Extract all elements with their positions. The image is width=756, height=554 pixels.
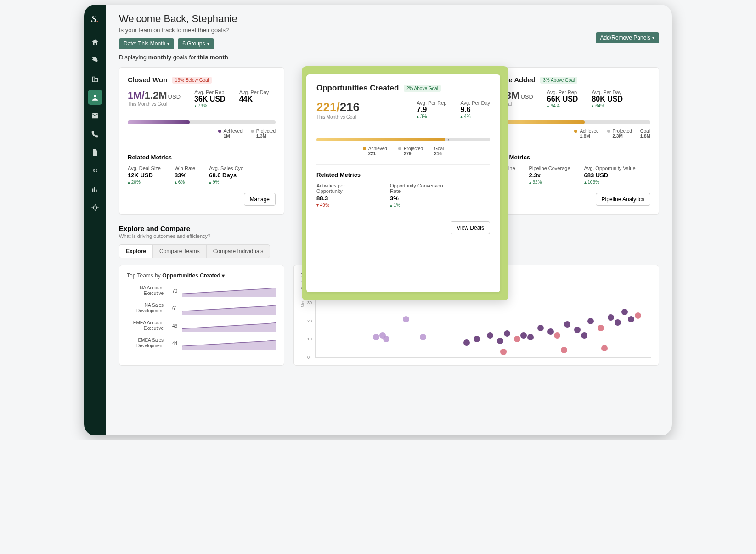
status-badge: 3% Above Goal <box>540 77 577 84</box>
displaying-text: Displaying monthly goals for this month <box>119 54 659 61</box>
chevron-down-icon: ▾ <box>207 41 209 46</box>
scatter-point[interactable] <box>598 325 604 331</box>
scatter-point[interactable] <box>537 325 544 331</box>
scatter-point[interactable] <box>527 334 534 340</box>
team-row: NA Sales Development61 <box>127 302 276 315</box>
scatter-point[interactable] <box>561 347 567 353</box>
view-deals-button[interactable]: View Deals <box>451 221 490 234</box>
tab-explore[interactable]: Explore <box>119 245 153 258</box>
scatter-point[interactable] <box>373 334 379 340</box>
team-row: NA Account Executive70 <box>127 284 276 297</box>
scatter-point[interactable] <box>474 336 480 342</box>
scatter-point[interactable] <box>608 314 614 321</box>
nav-mail-icon[interactable] <box>88 108 102 123</box>
scatter-point[interactable] <box>628 316 634 322</box>
nav-document-icon[interactable] <box>88 145 102 160</box>
scatter-point[interactable] <box>504 330 510 337</box>
welcome-heading: Welcome Back, Stephanie <box>119 13 659 25</box>
nav-building-icon[interactable] <box>88 72 102 86</box>
nav-person-icon[interactable] <box>88 90 102 105</box>
opportunities-created-card: Opportunities Created 2% Above Goal 221/… <box>306 74 500 292</box>
scatter-point[interactable] <box>403 316 409 322</box>
nav-target-icon[interactable] <box>88 200 102 215</box>
scatter-point[interactable] <box>383 336 389 342</box>
progress-bar <box>316 138 490 141</box>
scatter-point[interactable] <box>587 318 594 324</box>
card-title: Closed Won <box>128 76 167 84</box>
scatter-point[interactable] <box>554 332 560 339</box>
scatter-point[interactable] <box>487 332 493 339</box>
nav-rocket-icon[interactable] <box>88 53 102 68</box>
scatter-point[interactable] <box>635 312 641 319</box>
chevron-down-icon: ▾ <box>652 35 654 40</box>
nav-home-icon[interactable] <box>88 35 102 50</box>
team-row: EMEA Account Executive46 <box>127 319 276 332</box>
closed-won-card: Closed Won 16% Below Goal 1M/1.2MUSD Thi… <box>119 67 284 215</box>
status-badge: 16% Below Goal <box>172 77 212 84</box>
scatter-point[interactable] <box>601 345 608 351</box>
scatter-point[interactable] <box>564 321 570 328</box>
tab-compare-individuals[interactable]: Compare Individuals <box>207 245 270 258</box>
tab-compare-teams[interactable]: Compare Teams <box>153 245 207 258</box>
highlight-overlay: Opportunities Created 2% Above Goal 221/… <box>302 66 508 300</box>
nav-chart-icon[interactable] <box>88 182 102 197</box>
add-remove-panels-button[interactable]: Add/Remove Panels▾ <box>596 32 659 43</box>
progress-bar <box>128 120 276 124</box>
scatter-point[interactable] <box>574 327 581 333</box>
groups-filter-pill[interactable]: 6 Groups▾ <box>178 38 214 49</box>
scatter-point[interactable] <box>463 339 470 346</box>
card-title: Opportunities Created <box>316 84 399 92</box>
team-row: EMEA Sales Development44 <box>127 337 276 350</box>
nav-phone-icon[interactable] <box>88 127 102 141</box>
progress-bar <box>486 120 650 124</box>
scatter-point[interactable] <box>500 349 507 355</box>
subheading: Is your team on track to meet their goal… <box>119 27 659 34</box>
teams-metric-dropdown[interactable]: Opportunities Created ▾ <box>162 272 225 279</box>
manage-button[interactable]: Manage <box>244 193 276 206</box>
explore-tabs: Explore Compare Teams Compare Individual… <box>119 244 270 258</box>
scatter-point[interactable] <box>497 338 503 344</box>
scatter-point[interactable] <box>514 336 520 342</box>
scatter-point[interactable] <box>615 319 621 326</box>
pipeline-analytics-button[interactable]: Pipeline Analytics <box>596 193 650 206</box>
nav-quote-icon[interactable] <box>88 164 102 178</box>
main-content: Welcome Back, Stephanie Is your team on … <box>106 5 672 435</box>
top-teams-card: Top Teams by Opportunities Created ▾ NA … <box>119 265 284 366</box>
scatter-point[interactable] <box>420 334 426 340</box>
chevron-down-icon: ▾ <box>167 41 169 46</box>
logo: S <box>91 9 99 31</box>
status-badge: 2% Above Goal <box>404 85 441 92</box>
date-filter-pill[interactable]: Date: This Month▾ <box>119 38 174 49</box>
sidebar: S <box>84 5 106 435</box>
scatter-point[interactable] <box>581 332 587 339</box>
scatter-point[interactable] <box>520 332 527 339</box>
scatter-point[interactable] <box>621 309 628 315</box>
scatter-point[interactable] <box>547 328 554 335</box>
